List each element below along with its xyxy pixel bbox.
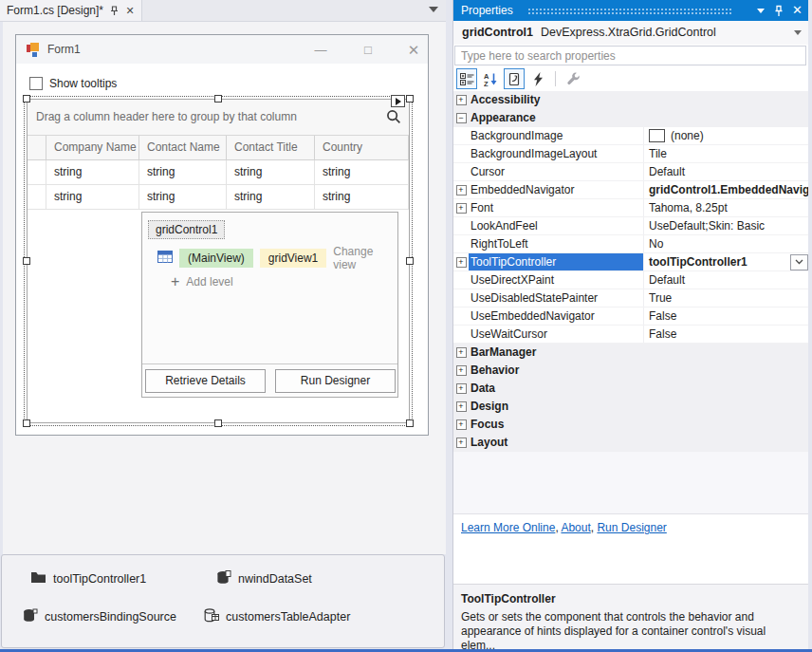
value-dropdown-button[interactable] xyxy=(790,254,808,270)
checkbox-box[interactable] xyxy=(29,77,43,90)
pin-icon[interactable] xyxy=(109,5,120,16)
mainview-chip[interactable]: (MainView) xyxy=(179,249,253,268)
property-row-cursor[interactable]: CursorDefault xyxy=(453,163,808,181)
link-learn-more-online[interactable]: Learn More Online xyxy=(461,521,555,534)
alphabetical-sort-icon[interactable]: AZ xyxy=(480,68,501,89)
form-titlebar[interactable]: Form1 — □ ✕ xyxy=(16,35,428,64)
expand-icon[interactable]: + xyxy=(456,347,467,358)
link-run-designer[interactable]: Run Designer xyxy=(597,521,666,534)
property-row-appearance[interactable]: −Appearance xyxy=(453,109,808,127)
grid-group-panel[interactable]: Drag a column header here to group by th… xyxy=(28,100,409,136)
property-row-embeddednavigator[interactable]: +EmbeddedNavigatorgridControl1.EmbeddedN… xyxy=(453,181,808,199)
grid-control[interactable]: Drag a column header here to group by th… xyxy=(27,99,410,423)
selection-handle-bottom-center[interactable] xyxy=(214,419,222,427)
smart-tag-button[interactable] xyxy=(391,95,405,107)
events-icon[interactable] xyxy=(527,68,548,89)
property-value[interactable]: gridControl1.EmbeddedNavigat xyxy=(643,181,808,198)
selection-handle-top-center[interactable] xyxy=(214,95,222,102)
gridview-name-chip[interactable]: gridView1 xyxy=(260,249,326,268)
object-selector[interactable]: gridControl1 DevExpress.XtraGrid.GridCon… xyxy=(453,21,808,45)
property-value[interactable]: Default xyxy=(643,163,808,180)
property-row-useembeddednavigator[interactable]: UseEmbeddedNavigatorFalse xyxy=(453,307,808,326)
add-level-link[interactable]: + Add level xyxy=(171,275,233,289)
property-row-usedirectxpaint[interactable]: UseDirectXPaintDefault xyxy=(453,271,808,289)
property-value[interactable]: No xyxy=(643,235,808,252)
property-value[interactable]: toolTipController1 xyxy=(643,253,808,270)
selection-handle-bottom-right[interactable] xyxy=(406,419,414,427)
tray-item-customersTableAdapter[interactable]: customersTableAdapter xyxy=(204,608,350,625)
property-value[interactable]: Tahoma, 8.25pt xyxy=(643,199,808,216)
property-row-layout[interactable]: +Layout xyxy=(453,434,808,452)
show-tooltips-checkbox[interactable]: Show tooltips xyxy=(29,77,117,90)
property-row-barmanager[interactable]: +BarManager xyxy=(453,344,808,362)
property-row-tooltipcontroller[interactable]: +ToolTipControllertoolTipController1 xyxy=(453,253,808,271)
expand-icon[interactable]: + xyxy=(456,365,467,376)
property-row-font[interactable]: +FontTahoma, 8.25pt xyxy=(453,199,808,217)
description-text: Gets or sets the component that controls… xyxy=(461,610,801,652)
property-grid[interactable]: +Accessibility−AppearanceBackgroundImage… xyxy=(453,91,808,513)
expand-icon[interactable]: + xyxy=(456,438,467,448)
property-value[interactable]: False xyxy=(643,307,808,325)
auto-hide-pin-icon[interactable] xyxy=(773,4,785,17)
property-row-backgroundimagelayout[interactable]: BackgroundImageLayoutTile xyxy=(453,145,808,163)
collapse-icon[interactable]: − xyxy=(456,113,467,123)
properties-view-icon[interactable] xyxy=(504,68,525,89)
expand-icon[interactable]: + xyxy=(456,419,467,430)
property-row-lookandfeel[interactable]: LookAndFeelUseDefault;Skin: Basic xyxy=(453,217,808,235)
property-value[interactable]: Tile xyxy=(643,145,808,162)
property-value[interactable]: UseDefault;Skin: Basic xyxy=(643,217,808,234)
expand-icon[interactable]: + xyxy=(456,257,467,268)
link-about[interactable]: About xyxy=(561,521,590,534)
tray-item-toolTipController1[interactable]: toolTipController1 xyxy=(30,570,146,587)
close-panel-icon[interactable]: ✕ xyxy=(792,3,803,17)
column-header-contact-name[interactable]: Contact Name xyxy=(139,136,227,159)
object-dropdown-chevron-icon[interactable] xyxy=(794,30,802,35)
property-row-design[interactable]: +Design xyxy=(453,398,808,416)
property-pages-icon[interactable] xyxy=(563,68,583,89)
expand-icon[interactable]: + xyxy=(456,185,467,196)
tab-list-chevron-icon[interactable] xyxy=(429,7,438,12)
property-row-data[interactable]: +Data xyxy=(453,380,808,398)
checkbox-label: Show tooltips xyxy=(49,77,117,90)
selection-handle-bottom-left[interactable] xyxy=(23,419,30,427)
column-header-country[interactable]: Country xyxy=(315,136,409,159)
expand-icon[interactable]: + xyxy=(456,383,467,394)
expand-icon[interactable]: + xyxy=(456,95,467,105)
change-view-link[interactable]: Change view xyxy=(333,245,397,271)
row-margin: + xyxy=(453,199,469,216)
column-header-company-name[interactable]: Company Name xyxy=(46,136,139,159)
property-row-usedisabledstatepainter[interactable]: UseDisabledStatePainterTrue xyxy=(453,289,808,307)
retrieve-details-button[interactable]: Retrieve Details xyxy=(145,369,266,393)
tab-form1-design[interactable]: Form1.cs [Design]* ✕ xyxy=(0,0,142,21)
close-icon[interactable]: ✕ xyxy=(125,5,135,16)
selection-handle-top-right[interactable] xyxy=(406,95,414,102)
property-row-backgroundimage[interactable]: BackgroundImage(none) xyxy=(453,127,808,145)
selection-handle-mid-left[interactable] xyxy=(23,257,30,265)
run-designer-button[interactable]: Run Designer xyxy=(275,369,396,393)
tray-item-customersBindingSource[interactable]: customersBindingSource xyxy=(23,608,176,625)
property-row-focus[interactable]: +Focus xyxy=(453,416,808,434)
property-row-accessibility[interactable]: +Accessibility xyxy=(453,91,808,109)
component-tray[interactable]: toolTipController1nwindDataSetcustomersB… xyxy=(1,554,445,648)
property-value[interactable]: False xyxy=(643,326,808,343)
property-value[interactable]: True xyxy=(643,289,808,307)
design-surface[interactable]: Form1 — □ ✕ Show tooltips Drag a column … xyxy=(3,22,446,554)
categorized-icon[interactable] xyxy=(456,68,477,89)
grid-control-name-chip[interactable]: gridControl1 xyxy=(148,220,225,239)
column-header-contact-title[interactable]: Contact Title xyxy=(227,136,315,159)
property-row-righttoleft[interactable]: RightToLeftNo xyxy=(453,235,808,253)
expand-icon[interactable]: + xyxy=(456,401,467,412)
property-row-usewaitcursor[interactable]: UseWaitCursorFalse xyxy=(453,326,808,344)
window-position-chevron-icon[interactable] xyxy=(757,9,765,13)
property-value[interactable]: Default xyxy=(643,271,808,289)
property-row-behavior[interactable]: +Behavior xyxy=(453,362,808,380)
tray-item-nwindDataSet[interactable]: nwindDataSet xyxy=(216,570,312,587)
properties-titlebar[interactable]: Properties ✕ xyxy=(453,0,808,21)
selection-handle-top-left[interactable] xyxy=(23,95,30,102)
expand-icon[interactable]: + xyxy=(456,203,467,214)
property-value[interactable]: (none) xyxy=(643,127,808,144)
designed-form[interactable]: Form1 — □ ✕ Show tooltips Drag a column … xyxy=(15,34,429,436)
selection-handle-mid-right[interactable] xyxy=(406,257,414,265)
search-icon[interactable] xyxy=(385,108,402,125)
search-input[interactable] xyxy=(454,46,806,65)
